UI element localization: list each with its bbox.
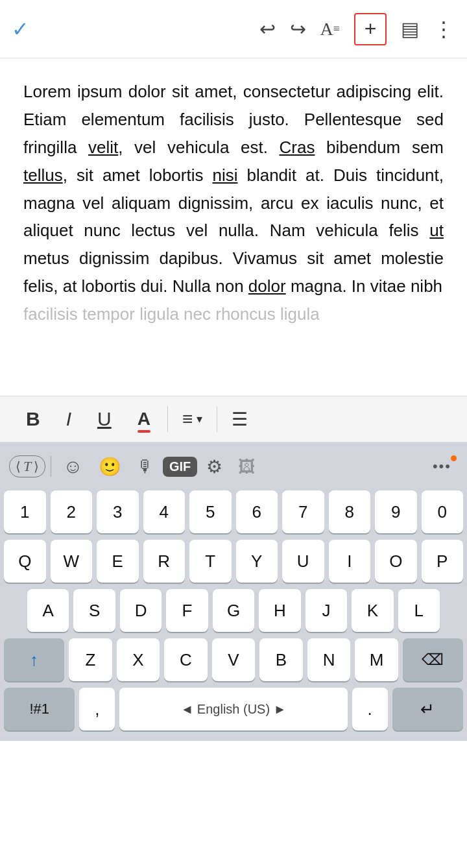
key-z[interactable]: Z (69, 638, 112, 681)
key-8[interactable]: 8 (329, 490, 371, 533)
key-o[interactable]: O (375, 540, 417, 583)
gif-button[interactable]: GIF (163, 457, 197, 477)
more-options-icon[interactable]: ⋮ (433, 17, 455, 42)
key-f[interactable]: F (166, 589, 208, 632)
add-button[interactable]: + (354, 13, 387, 45)
key-p[interactable]: P (422, 540, 464, 583)
undo-icon[interactable]: ↩ (259, 18, 276, 40)
key-c[interactable]: C (164, 638, 208, 681)
key-l[interactable]: L (398, 589, 440, 632)
keyboard: ⟨T⟩ ☺ 🙂 🎙 GIF ⚙ 🖼 ••• 1 2 3 4 5 6 7 8 9 … (0, 442, 467, 741)
bottom-row: !#1 , ◄ English (US) ► . ↵ (4, 688, 463, 730)
key-1[interactable]: 1 (4, 490, 46, 533)
key-a[interactable]: A (27, 589, 69, 632)
settings-button[interactable]: ⚙ (200, 452, 229, 481)
key-s[interactable]: S (73, 589, 115, 632)
more-keyboard-button[interactable]: ••• (426, 454, 458, 479)
key-g[interactable]: G (213, 589, 254, 632)
key-y[interactable]: Y (236, 540, 278, 583)
number-row: 1 2 3 4 5 6 7 8 9 0 (4, 490, 463, 533)
enter-key[interactable]: ↵ (392, 688, 463, 730)
format-toolbar: B I U A ≡ ▾ ☰ (0, 396, 467, 442)
zxcv-row: ↑ Z X C V B N M ⌫ (4, 638, 463, 681)
key-m[interactable]: M (355, 638, 398, 681)
space-key[interactable]: ◄ English (US) ► (119, 688, 348, 730)
key-n[interactable]: N (307, 638, 351, 681)
key-rows: 1 2 3 4 5 6 7 8 9 0 Q W E R T Y U I O P … (0, 488, 467, 730)
translate-button[interactable]: ⟨T⟩ (9, 455, 45, 477)
key-r[interactable]: R (143, 540, 186, 583)
key-d[interactable]: D (120, 589, 162, 632)
asdf-row: A S D F G H J K L (4, 589, 463, 632)
align-icon: ≡ (182, 409, 193, 429)
key-7[interactable]: 7 (282, 490, 324, 533)
key-3[interactable]: 3 (97, 490, 139, 533)
key-w[interactable]: W (51, 540, 93, 583)
key-e[interactable]: E (97, 540, 139, 583)
key-2[interactable]: 2 (51, 490, 93, 533)
align-dropdown-arrow: ▾ (197, 412, 202, 426)
check-icon[interactable]: ✓ (12, 17, 29, 42)
toolbar-left: ✓ (12, 17, 29, 42)
translate-t: T (23, 458, 31, 475)
key-5[interactable]: 5 (189, 490, 232, 533)
underlined-word-cras: Cras (280, 138, 315, 157)
key-0[interactable]: 0 (422, 490, 464, 533)
font-style-icon[interactable]: A≡ (320, 19, 340, 40)
toolbar-right: ↩ ↪ A≡ + ▤ ⋮ (259, 13, 455, 45)
key-9[interactable]: 9 (375, 490, 417, 533)
key-4[interactable]: 4 (143, 490, 186, 533)
key-i[interactable]: I (329, 540, 371, 583)
period-key[interactable]: . (352, 688, 388, 730)
key-b[interactable]: B (259, 638, 303, 681)
underline-button[interactable]: U (84, 396, 125, 442)
italic-button[interactable]: I (53, 396, 84, 442)
key-6[interactable]: 6 (236, 490, 278, 533)
comma-key[interactable]: , (79, 688, 115, 730)
top-toolbar: ✓ ↩ ↪ A≡ + ▤ ⋮ (0, 0, 467, 58)
underlined-word-velit: velit (88, 138, 118, 157)
document-area[interactable]: Lorem ipsum dolor sit amet, consectetur … (0, 58, 467, 396)
key-u[interactable]: U (282, 540, 324, 583)
symbols-key[interactable]: !#1 (4, 688, 75, 730)
underlined-word-tellus: tellus (23, 165, 63, 185)
emoji-button[interactable]: ☺ (56, 452, 90, 481)
document-text: Lorem ipsum dolor sit amet, consectetur … (23, 78, 444, 328)
backspace-key[interactable]: ⌫ (403, 638, 463, 681)
keyboard-topbar: ⟨T⟩ ☺ 🙂 🎙 GIF ⚙ 🖼 ••• (0, 442, 467, 488)
format-divider (167, 406, 168, 432)
key-h[interactable]: H (259, 589, 300, 632)
underlined-word-ut: ut (429, 221, 444, 240)
underlined-word-dolor: dolor (248, 276, 286, 296)
bold-button[interactable]: B (13, 396, 53, 442)
qwerty-row: Q W E R T Y U I O P (4, 540, 463, 583)
list-icon: ☰ (232, 409, 248, 430)
image-button[interactable]: 🖼 (232, 453, 261, 481)
list-button[interactable]: ☰ (221, 409, 258, 430)
comment-icon[interactable]: ▤ (401, 18, 419, 40)
key-k[interactable]: K (352, 589, 393, 632)
translate-icon: ⟨ (16, 459, 21, 474)
topbar-divider (51, 456, 51, 477)
mic-button[interactable]: 🎙 (130, 453, 160, 481)
key-q[interactable]: Q (4, 540, 46, 583)
key-v[interactable]: V (212, 638, 256, 681)
notification-dot (451, 455, 457, 461)
format-divider-2 (217, 406, 217, 432)
dots-label: ••• (433, 458, 451, 475)
key-j[interactable]: J (305, 589, 347, 632)
align-button[interactable]: ≡ ▾ (172, 409, 213, 429)
shift-key[interactable]: ↑ (4, 638, 64, 681)
key-t[interactable]: T (189, 540, 232, 583)
key-x[interactable]: X (117, 638, 160, 681)
underlined-word-nisi: nisi (212, 165, 237, 185)
redo-icon[interactable]: ↪ (290, 18, 306, 40)
color-button[interactable]: A (125, 396, 163, 442)
sticker-button[interactable]: 🙂 (92, 452, 128, 481)
